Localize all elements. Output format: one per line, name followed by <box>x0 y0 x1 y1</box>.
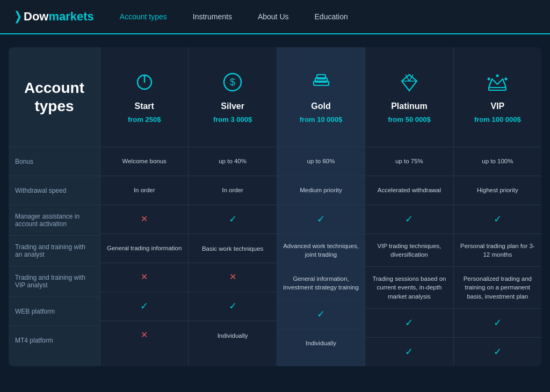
gold-web: ✓ <box>277 300 365 329</box>
col-silver: $ Silver from 3 000$ up to 40% In order … <box>188 47 276 366</box>
col-gold: Gold from 10 000$ up to 60% Medium prior… <box>277 47 365 366</box>
col-gold-name: Gold <box>311 101 330 111</box>
svg-point-14 <box>496 75 499 77</box>
power-icon <box>133 70 156 97</box>
platinum-web: ✓ <box>365 308 453 337</box>
col-silver-header: $ Silver from 3 000$ <box>189 47 276 147</box>
logo-markets: markets <box>48 10 93 23</box>
svg-rect-11 <box>489 88 506 90</box>
crown-icon <box>486 70 509 97</box>
cross-icon: ✕ <box>141 271 148 283</box>
col-vip-header: VIP from 100 000$ <box>454 47 541 147</box>
silver-bonus: up to 40% <box>189 147 276 176</box>
col-vip-name: VIP <box>490 101 504 111</box>
left-header: Account types <box>9 47 100 147</box>
row-label-mt4: MT4 platform <box>9 325 100 354</box>
gold-trading: Advanced work techniques, joint trading <box>277 234 365 266</box>
vip-bonus: up to 100% <box>454 147 541 176</box>
svg-point-13 <box>505 78 508 81</box>
col-start-header: Start from 250$ <box>100 47 188 147</box>
check-icon: ✓ <box>317 213 325 226</box>
vip-manager: ✓ <box>454 205 541 234</box>
nav-item-account-types[interactable]: Account types <box>120 10 167 23</box>
platinum-vip: Trading sessions based on current events… <box>365 266 453 308</box>
logo-dow: Dow <box>24 10 48 23</box>
logo-arrow-icon: ❭ <box>13 10 23 24</box>
comparison-table: Account types Bonus Withdrawal speed Man… <box>9 47 541 366</box>
platinum-bonus: up to 75% <box>365 147 453 176</box>
check-icon: ✓ <box>405 213 413 226</box>
col-platinum: Platinum from 50 000$ up to 75% Accelera… <box>365 47 453 366</box>
silver-trading: Basic work techniques <box>189 234 276 263</box>
account-type-columns: Start from 250$ Welcome bonus In order ✕… <box>100 47 541 366</box>
vip-withdrawal: Highest priority <box>454 176 541 205</box>
check-icon: ✓ <box>229 300 237 313</box>
row-label-manager: Manager assistance in account activation <box>9 205 100 235</box>
check-icon: ✓ <box>494 345 502 359</box>
gold-bonus: up to 60% <box>277 147 365 176</box>
start-vip: ✕ <box>100 263 188 292</box>
vip-mt4: ✓ <box>454 337 541 366</box>
col-platinum-name: Platinum <box>391 101 428 111</box>
check-icon: ✓ <box>494 213 502 226</box>
col-gold-header: Gold from 10 000$ <box>277 47 365 147</box>
platinum-trading: VIP trading techniques, diversification <box>365 234 453 266</box>
nav-item-education[interactable]: Education <box>315 10 348 23</box>
col-start: Start from 250$ Welcome bonus In order ✕… <box>100 47 188 366</box>
row-label-trading-analyst: Trading and training with an analyst <box>9 235 100 266</box>
cross-icon: ✕ <box>141 329 148 341</box>
logo[interactable]: ❭ Dowmarkets <box>13 10 94 24</box>
platinum-manager: ✓ <box>365 205 453 234</box>
silver-vip: ✕ <box>189 263 276 292</box>
svg-marker-7 <box>402 75 417 91</box>
start-mt4: ✕ <box>100 321 188 350</box>
col-vip: VIP from 100 000$ up to 100% Highest pri… <box>453 47 541 366</box>
start-trading: General trading information <box>100 234 188 263</box>
check-icon: ✓ <box>229 213 237 226</box>
check-icon: ✓ <box>405 316 413 330</box>
diamond-icon <box>397 70 421 97</box>
row-labels: Bonus Withdrawal speed Manager assistanc… <box>9 147 100 366</box>
col-silver-name: Silver <box>221 101 244 111</box>
platinum-mt4: ✓ <box>365 337 453 366</box>
col-silver-price: from 3 000$ <box>213 115 252 124</box>
gold-manager: ✓ <box>277 205 365 234</box>
col-vip-price: from 100 000$ <box>474 115 521 124</box>
start-manager: ✕ <box>100 205 188 234</box>
nav-item-instruments[interactable]: Instruments <box>193 10 232 23</box>
check-icon: ✓ <box>494 316 502 330</box>
gold-vip: General information, investment strategy… <box>277 266 365 299</box>
silver-web: ✓ <box>189 292 276 321</box>
cross-icon: ✕ <box>229 271 236 283</box>
section-title: Account types <box>19 79 89 115</box>
dollar-icon: $ <box>221 70 244 97</box>
row-label-withdrawal: Withdrawal speed <box>9 176 100 205</box>
col-platinum-header: Platinum from 50 000$ <box>365 47 453 147</box>
check-icon: ✓ <box>405 345 413 359</box>
gold-withdrawal: Medium priority <box>277 176 365 205</box>
check-icon: ✓ <box>140 300 148 313</box>
nav-menu: Account types Instruments About Us Educa… <box>120 10 348 23</box>
check-icon: ✓ <box>317 308 325 321</box>
vip-web: ✓ <box>454 308 541 337</box>
silver-manager: ✓ <box>189 205 276 234</box>
start-withdrawal: In order <box>100 176 188 205</box>
row-label-bonus: Bonus <box>9 147 100 176</box>
silver-mt4: Individually <box>189 321 276 350</box>
row-label-web: WEB platform <box>9 296 100 325</box>
nav-item-about-us[interactable]: About Us <box>258 10 289 23</box>
silver-withdrawal: In order <box>189 176 276 205</box>
navbar: ❭ Dowmarkets Account types Instruments A… <box>0 0 550 34</box>
col-start-price: from 250$ <box>128 115 161 124</box>
svg-text:$: $ <box>230 77 235 88</box>
start-web: ✓ <box>100 292 188 321</box>
start-bonus: Welcome bonus <box>100 147 188 176</box>
row-label-vip-analyst: Trading and training with VIP analyst <box>9 266 100 296</box>
col-platinum-price: from 50 000$ <box>388 115 431 124</box>
vip-vip: Personalized trading and training on a p… <box>454 266 541 308</box>
col-start-name: Start <box>134 101 154 111</box>
gold-mt4: Individually <box>277 329 365 358</box>
vip-trading: Personal trading plan for 3-12 months <box>454 234 541 266</box>
svg-point-12 <box>488 78 490 81</box>
col-gold-price: from 10 000$ <box>300 115 343 124</box>
